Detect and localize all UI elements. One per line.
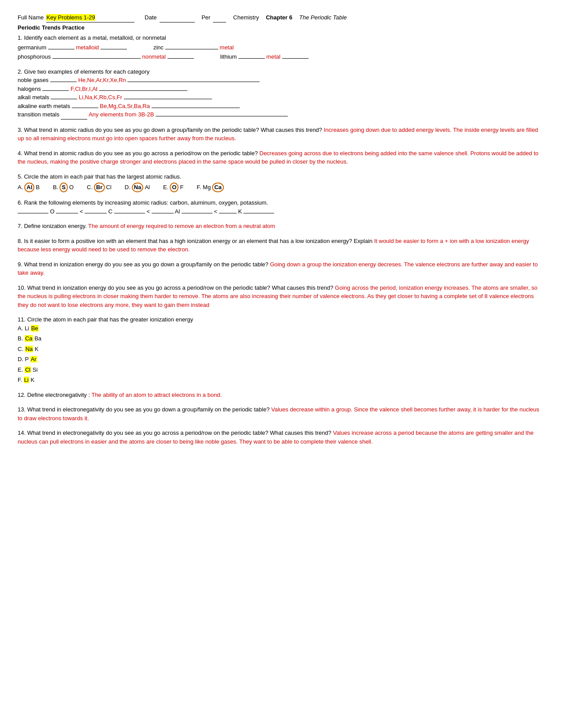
q5-pair-a: A. Al B <box>18 183 40 192</box>
q6-answer: O < C < Al < K <box>18 207 544 216</box>
q5-c-circled: Br <box>94 183 104 192</box>
q11-e: E. Cl Si <box>18 366 544 374</box>
q2-alkali: alkali metals Li,Na,K,Rb,Cs,Fr <box>18 93 544 102</box>
q11-block: 11. Circle the atom in each pair that ha… <box>18 315 544 385</box>
chapter-italic: The Periodic Table <box>299 13 347 22</box>
q2-halogens-answer: F,Cl,Br,I,At <box>71 86 97 92</box>
q2-text: 2. Give two examples of elements for eac… <box>18 67 544 76</box>
q2-block: 2. Give two examples of elements for eac… <box>18 67 544 119</box>
q1-lithium-blank <box>238 58 265 59</box>
q11-b: B. Ca Ba <box>18 334 544 343</box>
q5-pair-b: B. S O <box>53 183 74 192</box>
date-label: Date <box>145 13 156 22</box>
per-label: Per <box>201 13 210 22</box>
q5-pairs-row: A. Al B B. S O C. Br Cl D. Na Al E. O F <box>18 183 544 192</box>
q5-f-circled: Ca <box>212 183 224 192</box>
chapter-label: Chapter 6 <box>266 13 292 22</box>
q7-block: 7. Define ionization energy. The amount … <box>18 222 544 231</box>
per-field <box>213 13 226 22</box>
q1-row2: phosphorous nonmetal lithium metal <box>18 52 544 61</box>
q1-germanium: germanium metalloid <box>18 43 127 52</box>
q9-block: 9. What trend in ionization energy do yo… <box>18 260 544 277</box>
q3-block: 3. What trend in atomic radius do you se… <box>18 126 544 143</box>
q2-noble-blank2 <box>127 82 260 82</box>
q11-f-answer: Li <box>24 377 29 383</box>
q5-pair-e: E. O F <box>163 183 183 192</box>
q4-text: 4. What trend in atomic radius do you se… <box>18 149 544 166</box>
q7-question: 7. Define ionization energy. <box>18 223 87 229</box>
q1-phosphorous-blank <box>52 58 141 59</box>
q1-zinc-answer: metal <box>220 44 234 51</box>
q11-c-answer: Na <box>25 346 33 352</box>
q1-zinc-blank <box>165 49 218 49</box>
q2-alkaline-blank2 <box>152 108 240 108</box>
q2-noble-answer: He,Ne,Ar,Kr,Xe,Rn <box>78 77 126 83</box>
page-header: Full Name Key Problems 1-29 Date Per Che… <box>18 13 544 22</box>
q5-pair-f: F. Mg Ca <box>197 183 223 192</box>
q1-phosphorous: phosphorous nonmetal <box>18 52 194 61</box>
q2-halogens-blank2 <box>99 90 187 91</box>
q11-b-answer: Ca <box>25 335 33 342</box>
q4-question: 4. What trend in atomic radius do you se… <box>18 150 258 157</box>
q2-halogens: halogens F,Cl,Br,I,At <box>18 85 544 93</box>
q1-germanium-answer: metalloid <box>76 44 99 51</box>
q5-block: 5. Circle the atom in each pair that has… <box>18 172 544 193</box>
q2-transition: transition metals Any elements from 3B-2… <box>18 110 544 119</box>
q14-question: 14. What trend in electronegativity do y… <box>18 429 331 436</box>
q11-a: A. Li Be <box>18 324 544 333</box>
q11-d: D. P Ar <box>18 355 544 364</box>
course-label: Chemistry <box>233 13 259 22</box>
q5-e-circled: O <box>170 183 179 192</box>
q10-block: 10. What trend in ionization energy do y… <box>18 284 544 310</box>
q2-noble-blank <box>50 82 77 82</box>
q8-question: 8. Is it easier to form a positive ion w… <box>18 238 372 244</box>
q2-transition-blank2 <box>156 116 288 116</box>
date-field <box>160 13 195 22</box>
q6-block: 6. Rank the following elements by increa… <box>18 198 544 216</box>
q14-block: 14. What trend in electronegativity do y… <box>18 429 544 446</box>
q5-pair-c: C. Br Cl <box>87 183 112 192</box>
q1-lithium: lithium metal <box>220 52 309 61</box>
q1-lithium-answer: metal <box>266 53 280 60</box>
q1-block: 1. Identify each element as a metal, met… <box>18 34 544 61</box>
q12-answer: The ability of an atom to attract electr… <box>91 392 222 398</box>
q5-text: 5. Circle the atom in each pair that has… <box>18 172 544 181</box>
q2-transition-answer: Any elements from 3B-2B <box>89 111 154 118</box>
q1-zinc: zinc metal <box>153 43 234 52</box>
q5-d-circled: Na <box>132 183 144 192</box>
q2-alkaline-blank <box>72 108 98 108</box>
q11-d-answer: Ar <box>30 356 37 362</box>
q11-c: C. Na K <box>18 345 544 354</box>
q2-alkaline: alkaline earth metals Be,Mg,Ca,Sr,Ba,Ra <box>18 102 544 111</box>
q2-alkali-blank <box>51 99 77 99</box>
q13-block: 13. What trend in electronegativity do y… <box>18 405 544 422</box>
q7-answer: The amount of energy required to remove … <box>88 223 275 229</box>
q1-lithium-blank2 <box>282 58 309 59</box>
q2-alkali-blank2 <box>124 99 212 99</box>
q1-germanium-blank2 <box>100 49 127 49</box>
name-field: Key Problems 1-29 <box>46 13 134 22</box>
section-title: Periodic Trends Practice <box>18 23 544 32</box>
q11-text: 11. Circle the atom in each pair that ha… <box>18 315 544 324</box>
full-name-label: Full Name <box>18 13 44 22</box>
q1-text: 1. Identify each element as a metal, met… <box>18 34 544 42</box>
header-left: Full Name Key Problems 1-29 Date Per Che… <box>18 13 347 22</box>
q11-a-answer: Be <box>31 325 39 332</box>
q12-question: 12. Define electronegativity : <box>18 392 90 398</box>
q13-question: 13. What trend in electronegativity do y… <box>18 406 270 413</box>
q5-a-circled: Al <box>24 183 34 192</box>
name-value: Key Problems 1-29 <box>46 14 95 21</box>
q11-f: F. Li K <box>18 376 544 385</box>
q1-row1: germanium metalloid zinc metal <box>18 43 544 52</box>
q2-halogens-blank <box>42 90 69 91</box>
q1-phosphorous-answer: nonmetal <box>142 53 165 60</box>
q3-question: 3. What trend in atomic radius do you se… <box>18 127 322 133</box>
q1-germanium-blank <box>48 49 74 49</box>
q9-question: 9. What trend in ionization energy do yo… <box>18 261 268 268</box>
q2-transition-blank <box>61 110 87 119</box>
q3-text: 3. What trend in atomic radius do you se… <box>18 126 544 143</box>
q8-block: 8. Is it easier to form a positive ion w… <box>18 237 544 254</box>
q11-e-answer: Cl <box>25 366 31 373</box>
q10-question: 10. What trend in ionization energy do y… <box>18 284 333 291</box>
q6-text: 6. Rank the following elements by increa… <box>18 198 544 207</box>
